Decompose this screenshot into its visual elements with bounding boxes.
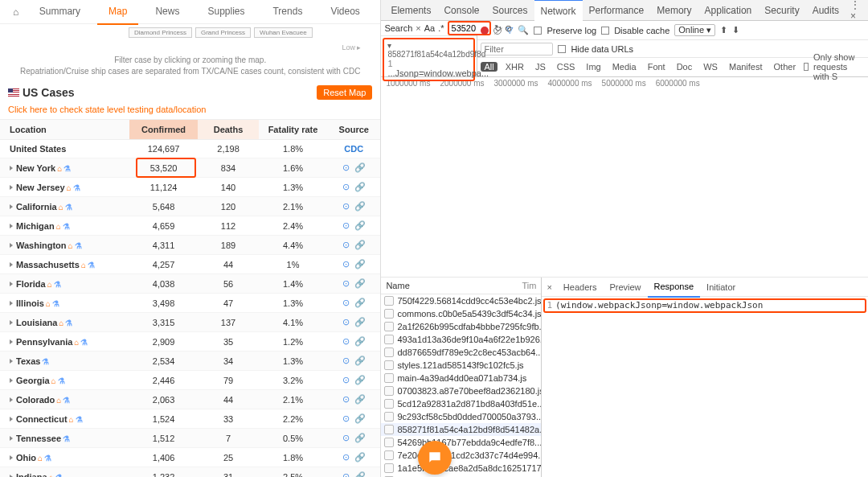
source-link-icon[interactable]: 🔗: [354, 162, 366, 172]
table-row[interactable]: Texas⚗2,534341.3%⊙ 🔗: [0, 352, 380, 371]
nav-news[interactable]: News: [144, 0, 190, 25]
source-icon[interactable]: ⊙: [342, 240, 350, 249]
filter-doc[interactable]: Doc: [674, 62, 696, 72]
clear-log-icon[interactable]: [493, 27, 502, 35]
filter-other[interactable]: Other: [771, 62, 800, 72]
devtools-tab-elements[interactable]: Elements: [384, 0, 437, 21]
throttle-select[interactable]: Online ▾: [674, 24, 715, 36]
reset-map-button[interactable]: Reset Map: [317, 85, 372, 100]
legend-item[interactable]: Wuhan Evacuee: [254, 27, 313, 38]
source-link-icon[interactable]: 🔗: [354, 201, 366, 211]
network-file-row[interactable]: 7e20e53172c1cd2c3d37c74d4e994...: [381, 449, 541, 462]
source-link-icon[interactable]: 🔗: [354, 259, 366, 269]
col-confirmed[interactable]: Confirmed: [129, 120, 198, 140]
search-case-toggle[interactable]: Aa: [424, 23, 435, 33]
source-link-icon[interactable]: 🔗: [354, 298, 366, 307]
table-row[interactable]: New Jersey⌂⚗11,1241401.3%⊙ 🔗: [0, 178, 380, 197]
source-link-icon[interactable]: 🔗: [354, 317, 366, 327]
table-row[interactable]: Ohio⌂⚗1,406251.8%⊙ 🔗: [0, 448, 380, 467]
source-link-icon[interactable]: 🔗: [354, 336, 366, 346]
devtools-tab-performance[interactable]: Performance: [583, 0, 651, 21]
upload-icon[interactable]: ⬆: [720, 25, 727, 35]
source-icon[interactable]: ⊙: [342, 356, 350, 365]
source-cdc[interactable]: CDC: [344, 144, 363, 154]
table-row[interactable]: Tennessee⚗1,51270.5%⊙ 🔗: [0, 429, 380, 448]
table-row[interactable]: Illinois⌂⚗3,498471.3%⊙ 🔗: [0, 294, 380, 313]
source-icon[interactable]: ⊙: [342, 278, 350, 288]
table-row[interactable]: New York⌂⚗53,5208341.6%⊙ 🔗: [0, 158, 380, 178]
network-file-row[interactable]: 1a1e5f0501cae8a2d5a8dc16251717...: [381, 462, 541, 475]
devtools-menu-icon[interactable]: ⋮ ×: [845, 0, 865, 22]
filter-xhr[interactable]: XHR: [502, 62, 527, 72]
filter-manifest[interactable]: Manifest: [726, 62, 766, 72]
col-deaths[interactable]: Deaths: [198, 120, 259, 140]
source-link-icon[interactable]: 🔗: [354, 240, 366, 249]
record-icon[interactable]: [481, 27, 489, 35]
table-row[interactable]: Georgia⌂⚗2,446793.2%⊙ 🔗: [0, 371, 380, 390]
col-fatality-rate[interactable]: Fatality rate: [259, 120, 327, 140]
detail-tab-preview[interactable]: Preview: [603, 278, 647, 297]
network-file-row[interactable]: 5cd12a92831a2d871bd8a403fd51e...: [381, 397, 541, 410]
source-icon[interactable]: ⊙: [342, 298, 350, 307]
devtools-tab-network[interactable]: Network: [534, 0, 583, 22]
filter-css[interactable]: CSS: [554, 62, 579, 72]
table-row[interactable]: Washington⌂⚗4,3111894.4%⊙ 🔗: [0, 236, 380, 255]
source-link-icon[interactable]: 🔗: [354, 182, 366, 191]
network-file-row[interactable]: commons.c0b0e5a5439c3df54c34.js: [381, 307, 541, 320]
devtools-tab-sources[interactable]: Sources: [485, 0, 534, 21]
network-file-row[interactable]: dd876659df789e9c2c8ec453acb64...: [381, 346, 541, 359]
source-link-icon[interactable]: 🔗: [354, 220, 366, 230]
hide-data-urls-checkbox[interactable]: [558, 45, 566, 53]
source-icon[interactable]: ⊙: [342, 201, 350, 211]
network-file-row[interactable]: 54269bb1167b77ebdda9c4edfe7f8...: [381, 436, 541, 449]
source-link-icon[interactable]: 🔗: [354, 452, 366, 462]
detail-tab-response[interactable]: Response: [648, 277, 701, 298]
nav-supplies[interactable]: Supplies: [196, 0, 256, 25]
network-file-row[interactable]: 858271f81a54c4a12bd9f8d541482a...: [381, 423, 541, 436]
source-link-icon[interactable]: 🔗: [354, 394, 366, 404]
table-row[interactable]: Colorado⌂⚗2,063442.1%⊙ 🔗: [0, 390, 380, 409]
filter-media[interactable]: Media: [609, 62, 640, 72]
devtools-tab-console[interactable]: Console: [437, 0, 485, 21]
table-row[interactable]: Connecticut⌂⚗1,524332.2%⊙ 🔗: [0, 409, 380, 429]
filter-img[interactable]: Img: [583, 62, 604, 72]
filter-input[interactable]: [481, 43, 553, 56]
devtools-tab-audits[interactable]: Audits: [806, 0, 845, 21]
source-icon[interactable]: ⊙: [342, 259, 350, 269]
table-row[interactable]: Indiana⌂⚗1,232312.5%⊙ 🔗: [0, 467, 380, 478]
source-link-icon[interactable]: 🔗: [354, 356, 366, 365]
source-link-icon[interactable]: 🔗: [354, 375, 366, 384]
legend-item[interactable]: Diamond Princess: [129, 27, 192, 38]
network-timeline[interactable]: 1000000 ms2000000 ms3000000 ms4000000 ms…: [381, 77, 868, 278]
col-source[interactable]: Source: [327, 120, 380, 140]
network-file-row[interactable]: 750f4229.56814cdd9cc4c53e4bc2.js: [381, 294, 541, 307]
table-row[interactable]: Michigan⌂⚗4,6591122.4%⊙ 🔗: [0, 216, 380, 236]
only-show-checkbox[interactable]: [804, 63, 809, 71]
source-link-icon[interactable]: 🔗: [354, 413, 366, 423]
source-icon[interactable]: ⊙: [342, 317, 350, 327]
source-icon[interactable]: ⊙: [342, 220, 350, 230]
network-file-row[interactable]: 07003823.a87e70beef8ad2362180.js: [381, 384, 541, 397]
source-icon[interactable]: ⊙: [342, 471, 350, 477]
table-row[interactable]: Louisiana⌂⚗3,3151374.1%⊙ 🔗: [0, 313, 380, 332]
source-icon[interactable]: ⊙: [342, 375, 350, 384]
network-file-row[interactable]: 2a1f2626b995cdfab4bbbe7295fc9fb...: [381, 320, 541, 333]
nav-videos[interactable]: Videos: [319, 0, 371, 25]
filter-font[interactable]: Font: [645, 62, 669, 72]
source-icon[interactable]: ⊙: [342, 162, 350, 172]
download-icon[interactable]: ⬇: [732, 25, 739, 35]
source-icon[interactable]: ⊙: [342, 182, 350, 191]
response-body[interactable]: 1(window.webpackJsonp=window.webpackJson: [542, 297, 868, 314]
search-icon[interactable]: 🔍: [518, 25, 529, 35]
detail-tab-headers[interactable]: Headers: [557, 278, 604, 297]
filter-ws[interactable]: WS: [700, 62, 721, 72]
chat-fab[interactable]: [418, 441, 452, 475]
table-row[interactable]: Pennsylvania⌂⚗2,909351.2%⊙ 🔗: [0, 332, 380, 352]
detail-tab-initiator[interactable]: Initiator: [700, 278, 742, 297]
col-location[interactable]: Location: [0, 120, 129, 140]
source-icon[interactable]: ⊙: [342, 433, 350, 442]
legend-item[interactable]: Grand Princess: [195, 27, 251, 38]
preserve-log-checkbox[interactable]: [534, 27, 542, 35]
table-row[interactable]: California⌂⚗5,6481202.1%⊙ 🔗: [0, 197, 380, 216]
table-row[interactable]: Massachusetts⌂⚗4,257441%⊙ 🔗: [0, 255, 380, 274]
